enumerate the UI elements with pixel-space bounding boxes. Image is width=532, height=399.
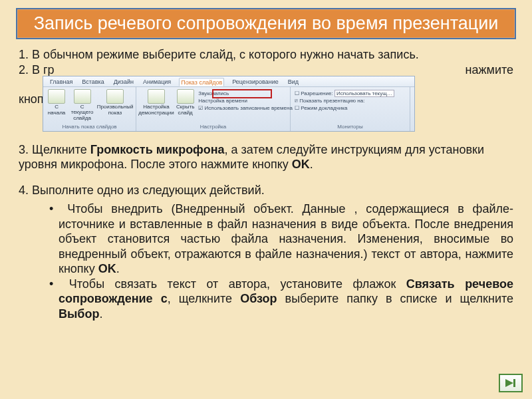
use-recorded-checkbox[interactable]: ☑ Использовать записанные времена — [198, 105, 293, 112]
step-2-right-fragment: нажмите — [466, 63, 513, 78]
from-current-button[interactable]: С текущегослайда — [70, 89, 94, 121]
tab-insert[interactable]: Вставка — [80, 78, 105, 86]
svg-marker-0 — [505, 379, 513, 387]
bold-select: Выбор — [59, 307, 99, 321]
group-monitors: ☐ Разрешение: Использовать текущ… ⎚ Пока… — [291, 87, 410, 131]
resolution-row[interactable]: ☐ Разрешение: Использовать текущ… — [295, 90, 406, 97]
step-4-list: Чтобы внедрить (Внедренный объект. Данны… — [19, 201, 513, 321]
step-4-head: 4. Выполните одно из следующих действий. — [19, 183, 513, 198]
rehearse-timings-button[interactable]: Настройка времени — [198, 98, 293, 104]
step-1-text: 1. В обычном режиме выберите слайд, с ко… — [19, 47, 513, 63]
svg-rect-1 — [513, 379, 515, 387]
powerpoint-ribbon: Главная Вставка Дизайн Анимация Показ сл… — [43, 76, 415, 132]
custom-show-button[interactable]: Произвольныйпоказ — [98, 89, 132, 116]
from-beginning-button[interactable]: Сначала — [47, 89, 66, 116]
bold-browse: Обзор — [240, 292, 277, 305]
presenter-mode-checkbox[interactable]: ☐ Режим докладчика — [295, 105, 406, 112]
page-title: Запись речевого сопровождения во время п… — [16, 8, 516, 39]
bold-mic-volume: Громкость микрофона — [90, 143, 225, 156]
tab-review[interactable]: Рецензирование — [231, 78, 280, 86]
setup-show-button[interactable]: Настройкадемонстрации — [140, 89, 172, 116]
tab-animation[interactable]: Анимация — [142, 78, 172, 86]
tab-view[interactable]: Вид — [287, 78, 300, 86]
step-2-ribbon-row: кнопку Главная Вставка Дизайн Анимация П… — [19, 77, 513, 132]
hide-slide-button[interactable]: Скрытьслайд — [176, 89, 194, 116]
group-start-slideshow: Сначала С текущегослайда Произвольныйпок… — [43, 87, 136, 131]
record-sound-button[interactable]: Звукозапись — [198, 90, 293, 97]
content-area: 1. В обычном режиме выберите слайд, с ко… — [0, 45, 532, 321]
step-3-text: 3. Щелкните Громкость микрофона, а затем… — [19, 142, 513, 172]
bold-ok-1: OK — [292, 158, 310, 171]
tab-design[interactable]: Дизайн — [112, 78, 135, 86]
next-arrow-icon — [504, 378, 517, 388]
ribbon-groups: Сначала С текущегослайда Произвольныйпок… — [43, 87, 414, 131]
step-4-item-2: Чтобы связать текст от автора, установит… — [35, 277, 513, 322]
group-setup: Настройкадемонстрации Скрытьслайд Звукоз… — [136, 87, 291, 131]
ribbon-tabs: Главная Вставка Дизайн Анимация Показ сл… — [43, 76, 414, 87]
bold-ok-2: OK — [98, 262, 116, 275]
step-2-line1: 2. В гр нажмите — [19, 63, 513, 77]
tab-home[interactable]: Главная — [49, 78, 74, 86]
group-label-start: Начать показ слайдов — [47, 124, 132, 131]
tab-slideshow[interactable]: Показ слайдов — [179, 78, 224, 86]
group-label-setup: Настройка — [140, 124, 286, 131]
step-4-item-1: Чтобы внедрить (Внедренный объект. Данны… — [35, 201, 513, 277]
next-slide-button[interactable] — [499, 374, 523, 392]
show-on-row[interactable]: ⎚ Показать презентацию на: — [295, 98, 406, 104]
group-label-monitors: Мониторы — [295, 124, 406, 131]
